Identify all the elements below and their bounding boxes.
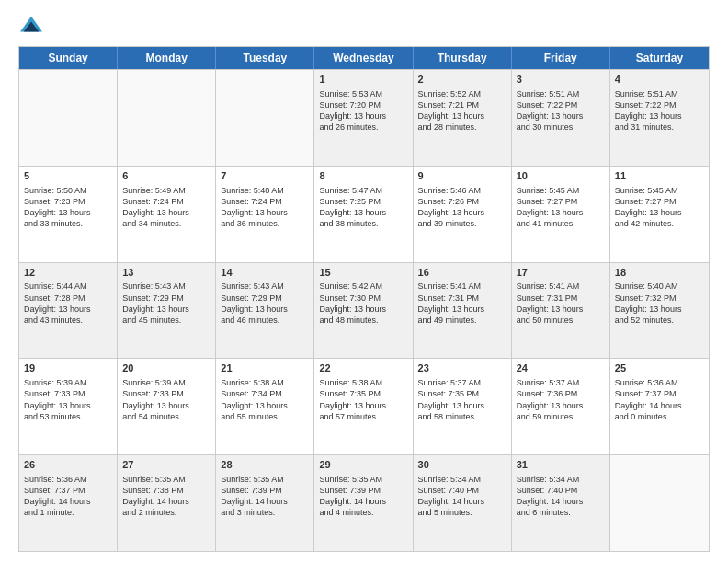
day-number: 1 <box>319 73 407 86</box>
calendar-week-2: 5Sunrise: 5:50 AM Sunset: 7:23 PM Daylig… <box>19 166 709 262</box>
day-info: Sunrise: 5:35 AM Sunset: 7:38 PM Dayligh… <box>122 474 210 519</box>
calendar-week-3: 12Sunrise: 5:44 AM Sunset: 7:28 PM Dayli… <box>19 262 709 359</box>
day-number: 20 <box>122 362 210 375</box>
day-info: Sunrise: 5:37 AM Sunset: 7:36 PM Dayligh… <box>517 377 605 422</box>
calendar-week-1: 1Sunrise: 5:53 AM Sunset: 7:20 PM Daylig… <box>19 69 709 166</box>
day-info: Sunrise: 5:39 AM Sunset: 7:33 PM Dayligh… <box>122 377 210 422</box>
day-info: Sunrise: 5:45 AM Sunset: 7:27 PM Dayligh… <box>615 185 704 230</box>
calendar-cell: 15Sunrise: 5:42 AM Sunset: 7:30 PM Dayli… <box>314 263 413 359</box>
day-number: 25 <box>615 362 704 375</box>
calendar-cell: 24Sunrise: 5:37 AM Sunset: 7:36 PM Dayli… <box>512 359 610 454</box>
calendar-cell: 4Sunrise: 5:51 AM Sunset: 7:22 PM Daylig… <box>610 70 709 166</box>
weekday-header-sunday: Sunday <box>19 47 118 69</box>
calendar-cell <box>610 455 709 551</box>
day-number: 17 <box>517 266 605 280</box>
day-number: 16 <box>418 266 506 280</box>
day-number: 11 <box>615 169 704 183</box>
day-number: 9 <box>418 169 506 183</box>
calendar-body: 1Sunrise: 5:53 AM Sunset: 7:20 PM Daylig… <box>19 69 709 551</box>
calendar-cell: 11Sunrise: 5:45 AM Sunset: 7:27 PM Dayli… <box>610 167 709 262</box>
day-info: Sunrise: 5:43 AM Sunset: 7:29 PM Dayligh… <box>122 281 210 326</box>
day-number: 27 <box>122 458 210 472</box>
calendar-cell: 29Sunrise: 5:35 AM Sunset: 7:39 PM Dayli… <box>314 455 413 551</box>
day-number: 19 <box>24 362 112 375</box>
weekday-header-friday: Friday <box>512 47 610 69</box>
page: SundayMondayTuesdayWednesdayThursdayFrid… <box>0 0 728 563</box>
day-number: 26 <box>24 458 112 472</box>
calendar-cell: 2Sunrise: 5:52 AM Sunset: 7:21 PM Daylig… <box>414 70 512 166</box>
day-number: 5 <box>24 169 112 183</box>
day-number: 30 <box>418 458 506 472</box>
weekday-header-tuesday: Tuesday <box>216 47 314 69</box>
logo <box>18 15 48 37</box>
day-info: Sunrise: 5:53 AM Sunset: 7:20 PM Dayligh… <box>319 88 407 133</box>
day-info: Sunrise: 5:35 AM Sunset: 7:39 PM Dayligh… <box>221 474 309 519</box>
day-number: 18 <box>615 266 704 280</box>
day-number: 29 <box>319 458 407 472</box>
day-number: 28 <box>221 458 309 472</box>
calendar-cell: 31Sunrise: 5:34 AM Sunset: 7:40 PM Dayli… <box>512 455 610 551</box>
day-number: 13 <box>122 266 210 280</box>
calendar-cell: 6Sunrise: 5:49 AM Sunset: 7:24 PM Daylig… <box>118 167 216 262</box>
day-info: Sunrise: 5:34 AM Sunset: 7:40 PM Dayligh… <box>418 474 506 519</box>
calendar-cell: 5Sunrise: 5:50 AM Sunset: 7:23 PM Daylig… <box>19 167 118 262</box>
day-info: Sunrise: 5:51 AM Sunset: 7:22 PM Dayligh… <box>517 88 605 133</box>
day-number: 2 <box>418 73 506 86</box>
day-info: Sunrise: 5:37 AM Sunset: 7:35 PM Dayligh… <box>418 377 506 422</box>
calendar-cell: 17Sunrise: 5:41 AM Sunset: 7:31 PM Dayli… <box>512 263 610 359</box>
day-number: 8 <box>319 169 407 183</box>
calendar-cell: 1Sunrise: 5:53 AM Sunset: 7:20 PM Daylig… <box>314 70 413 166</box>
day-info: Sunrise: 5:45 AM Sunset: 7:27 PM Dayligh… <box>517 185 605 230</box>
calendar-cell: 23Sunrise: 5:37 AM Sunset: 7:35 PM Dayli… <box>414 359 512 454</box>
calendar-week-4: 19Sunrise: 5:39 AM Sunset: 7:33 PM Dayli… <box>19 358 709 454</box>
day-info: Sunrise: 5:36 AM Sunset: 7:37 PM Dayligh… <box>615 377 704 422</box>
calendar-cell: 7Sunrise: 5:48 AM Sunset: 7:24 PM Daylig… <box>216 167 314 262</box>
day-info: Sunrise: 5:39 AM Sunset: 7:33 PM Dayligh… <box>24 377 112 422</box>
day-number: 23 <box>418 362 506 375</box>
day-info: Sunrise: 5:42 AM Sunset: 7:30 PM Dayligh… <box>319 281 407 326</box>
calendar-week-5: 26Sunrise: 5:36 AM Sunset: 7:37 PM Dayli… <box>19 454 709 551</box>
calendar-cell: 14Sunrise: 5:43 AM Sunset: 7:29 PM Dayli… <box>216 263 314 359</box>
day-info: Sunrise: 5:51 AM Sunset: 7:22 PM Dayligh… <box>615 88 704 133</box>
calendar-header: SundayMondayTuesdayWednesdayThursdayFrid… <box>19 47 709 69</box>
day-info: Sunrise: 5:40 AM Sunset: 7:32 PM Dayligh… <box>615 281 704 326</box>
calendar-cell: 20Sunrise: 5:39 AM Sunset: 7:33 PM Dayli… <box>118 359 216 454</box>
day-info: Sunrise: 5:41 AM Sunset: 7:31 PM Dayligh… <box>418 281 506 326</box>
calendar-cell: 27Sunrise: 5:35 AM Sunset: 7:38 PM Dayli… <box>118 455 216 551</box>
day-info: Sunrise: 5:49 AM Sunset: 7:24 PM Dayligh… <box>122 185 210 230</box>
day-info: Sunrise: 5:38 AM Sunset: 7:35 PM Dayligh… <box>319 377 407 422</box>
day-info: Sunrise: 5:36 AM Sunset: 7:37 PM Dayligh… <box>24 474 112 519</box>
day-number: 3 <box>517 73 605 86</box>
calendar-cell: 10Sunrise: 5:45 AM Sunset: 7:27 PM Dayli… <box>512 167 610 262</box>
day-info: Sunrise: 5:35 AM Sunset: 7:39 PM Dayligh… <box>319 474 407 519</box>
calendar-cell: 8Sunrise: 5:47 AM Sunset: 7:25 PM Daylig… <box>314 167 413 262</box>
weekday-header-wednesday: Wednesday <box>314 47 413 69</box>
calendar-cell: 16Sunrise: 5:41 AM Sunset: 7:31 PM Dayli… <box>414 263 512 359</box>
calendar-cell: 9Sunrise: 5:46 AM Sunset: 7:26 PM Daylig… <box>414 167 512 262</box>
day-info: Sunrise: 5:48 AM Sunset: 7:24 PM Dayligh… <box>221 185 309 230</box>
calendar-cell: 25Sunrise: 5:36 AM Sunset: 7:37 PM Dayli… <box>610 359 709 454</box>
day-info: Sunrise: 5:41 AM Sunset: 7:31 PM Dayligh… <box>517 281 605 326</box>
day-number: 12 <box>24 266 112 280</box>
calendar-cell: 30Sunrise: 5:34 AM Sunset: 7:40 PM Dayli… <box>414 455 512 551</box>
day-info: Sunrise: 5:43 AM Sunset: 7:29 PM Dayligh… <box>221 281 309 326</box>
day-info: Sunrise: 5:38 AM Sunset: 7:34 PM Dayligh… <box>221 377 309 422</box>
calendar-cell <box>118 70 216 166</box>
calendar-cell: 13Sunrise: 5:43 AM Sunset: 7:29 PM Dayli… <box>118 263 216 359</box>
calendar-cell: 18Sunrise: 5:40 AM Sunset: 7:32 PM Dayli… <box>610 263 709 359</box>
calendar-cell: 28Sunrise: 5:35 AM Sunset: 7:39 PM Dayli… <box>216 455 314 551</box>
calendar-cell: 26Sunrise: 5:36 AM Sunset: 7:37 PM Dayli… <box>19 455 118 551</box>
day-number: 10 <box>517 169 605 183</box>
day-info: Sunrise: 5:34 AM Sunset: 7:40 PM Dayligh… <box>517 474 605 519</box>
weekday-header-thursday: Thursday <box>414 47 512 69</box>
day-number: 24 <box>517 362 605 375</box>
day-number: 22 <box>319 362 407 375</box>
day-info: Sunrise: 5:44 AM Sunset: 7:28 PM Dayligh… <box>24 281 112 326</box>
weekday-header-monday: Monday <box>118 47 216 69</box>
day-info: Sunrise: 5:52 AM Sunset: 7:21 PM Dayligh… <box>418 88 506 133</box>
day-number: 4 <box>615 73 704 86</box>
weekday-header-saturday: Saturday <box>610 47 709 69</box>
calendar-cell: 19Sunrise: 5:39 AM Sunset: 7:33 PM Dayli… <box>19 359 118 454</box>
calendar-cell <box>216 70 314 166</box>
day-number: 6 <box>122 169 210 183</box>
